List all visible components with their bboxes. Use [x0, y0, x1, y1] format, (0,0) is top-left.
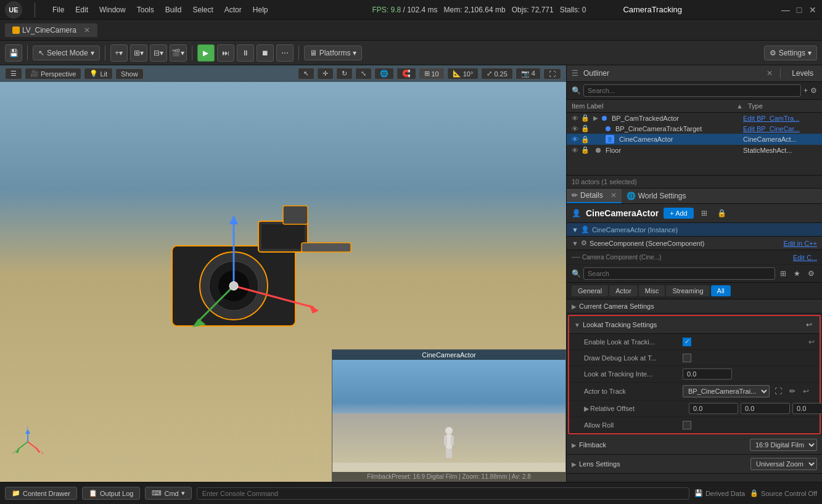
- derived-data-status[interactable]: 💾 Derived Data: [694, 489, 745, 497]
- content-drawer-button[interactable]: 📁 Content Drawer: [5, 487, 77, 500]
- item-type-1[interactable]: Edit BP_CineCar...: [743, 125, 817, 132]
- source-control-status[interactable]: 🔒 Source Control Off: [750, 489, 817, 497]
- cmd-button[interactable]: ⌨ Cmd ▾: [145, 487, 191, 500]
- outliner-search-input[interactable]: [583, 84, 801, 97]
- translate-tool[interactable]: ✛: [317, 68, 334, 79]
- actor-track-dropdown[interactable]: BP_CineCameraTrai...: [683, 385, 770, 397]
- menu-window[interactable]: Window: [94, 3, 131, 17]
- scale-toggle[interactable]: ⤢ 0.25: [481, 68, 512, 79]
- layout-icon-btn[interactable]: ⊞: [699, 208, 710, 219]
- outliner-item-2[interactable]: 👁 🔒 👤 CineCameraActor CineCameraAct...: [567, 134, 822, 145]
- viewport[interactable]: ☰ 🎥 Perspective 💡 Lit Show ↖ ✛ ↻ ⤡ 🌐 🧲 ⊞…: [0, 65, 566, 482]
- outliner-item-1[interactable]: 👁 🔒 BP_CineCameraTrackTarget Edit BP_Cin…: [567, 123, 822, 134]
- edit-sub-link[interactable]: Edit C...: [793, 254, 817, 261]
- allow-roll-checkbox[interactable]: [683, 421, 691, 429]
- actor-track-pick-btn[interactable]: ✏: [787, 386, 798, 397]
- scale-tool[interactable]: ⤡: [355, 68, 372, 79]
- section-current-camera[interactable]: ▶ Current Camera Settings: [567, 299, 822, 314]
- console-input[interactable]: [197, 487, 689, 500]
- filter-actor[interactable]: Actor: [609, 285, 638, 296]
- levels-tab[interactable]: Levels: [788, 68, 817, 79]
- close-button[interactable]: ✕: [808, 6, 817, 14]
- reset-enable-btn[interactable]: ↩: [808, 338, 815, 346]
- maximize-button[interactable]: □: [795, 6, 804, 14]
- menu-edit[interactable]: Edit: [70, 3, 93, 17]
- outliner-item-0[interactable]: 👁 🔒 ▶ BP_CamTrackedActor Edit BP_CamTra.…: [567, 113, 822, 123]
- coord-toggle[interactable]: 🌐: [374, 68, 394, 79]
- menu-tools[interactable]: Tools: [132, 3, 159, 17]
- save-button[interactable]: 💾: [5, 44, 22, 62]
- stop-button[interactable]: ⏹: [257, 44, 274, 62]
- snap-button[interactable]: ⊞▾: [130, 44, 147, 62]
- edit-cpp-link[interactable]: Edit in C++: [784, 240, 817, 247]
- svg-marker-11: [309, 304, 319, 314]
- menu-build[interactable]: Build: [160, 3, 187, 17]
- enable-lookat-checkbox[interactable]: ✓: [683, 338, 691, 346]
- actor-dot-0: [602, 116, 607, 121]
- add-outliner-btn[interactable]: +: [804, 86, 808, 95]
- world-settings-tab[interactable]: 🌐 World Settings: [622, 189, 691, 203]
- select-mode-button[interactable]: ↖ Select Mode ▾: [33, 46, 100, 60]
- draw-debug-checkbox[interactable]: [683, 354, 691, 362]
- section-filmback[interactable]: ▶ Filmback 16:9 Digital Film: [567, 436, 822, 455]
- step-button[interactable]: ⏭: [217, 44, 234, 62]
- lens-dropdown[interactable]: Universal Zoom: [750, 458, 817, 470]
- lookat-interp-input[interactable]: [683, 368, 732, 380]
- move-tool[interactable]: ↖: [298, 68, 314, 79]
- section-lookat[interactable]: ▼ Lookat Tracking Settings ↩: [569, 316, 820, 334]
- menu-help[interactable]: Help: [248, 3, 273, 17]
- outliner-close[interactable]: ✕: [767, 69, 773, 78]
- level-tab[interactable]: LV_CineCamera ✕: [5, 23, 97, 37]
- play-button[interactable]: ▶: [197, 44, 215, 62]
- filter-general[interactable]: General: [572, 285, 608, 296]
- item-type-0[interactable]: Edit BP_CamTra...: [743, 115, 817, 122]
- offset-z-input[interactable]: [792, 403, 822, 414]
- menu-select[interactable]: Select: [187, 3, 218, 17]
- tab-close-icon[interactable]: ✕: [84, 26, 90, 35]
- settings-button[interactable]: ⚙ Settings ▾: [764, 46, 817, 60]
- offset-x-input[interactable]: [689, 403, 738, 414]
- cinematic-button[interactable]: 🎬▾: [170, 44, 187, 62]
- reset-actor-track-btn[interactable]: ↩: [803, 387, 809, 396]
- tab-bar: LV_CineCamera ✕: [0, 20, 822, 41]
- details-tab[interactable]: ✏ Details ✕: [567, 189, 622, 203]
- section-lens[interactable]: ▶ Lens Settings Universal Zoom: [567, 455, 822, 474]
- hamburger-button[interactable]: ☰: [5, 68, 22, 79]
- rotate-tool[interactable]: ↻: [336, 68, 353, 79]
- filter-streaming[interactable]: Streaming: [666, 285, 709, 296]
- pause-button[interactable]: ⏸: [237, 44, 254, 62]
- output-log-button[interactable]: 📋 Output Log: [82, 487, 140, 500]
- outliner-item-3[interactable]: 👁 🔒 Floor StaticMeshAct...: [567, 145, 822, 155]
- platforms-button[interactable]: 🖥 Platforms ▾: [304, 46, 363, 60]
- settings-outliner-btn[interactable]: ⚙: [810, 86, 817, 95]
- camera-speed[interactable]: 📷 4: [516, 68, 541, 79]
- star-btn[interactable]: ★: [791, 268, 803, 279]
- details-search-input[interactable]: [583, 267, 775, 280]
- snap-toggle[interactable]: 🧲: [397, 68, 416, 79]
- menu-actor[interactable]: Actor: [220, 3, 247, 17]
- grid-button[interactable]: ⊟▾: [150, 44, 167, 62]
- add-component-button[interactable]: + Add: [664, 208, 693, 219]
- actor-track-browse-btn[interactable]: ⛶: [772, 386, 784, 397]
- show-button[interactable]: Show: [115, 68, 144, 79]
- grid-view-btn[interactable]: ⊞: [778, 268, 789, 279]
- menu-file[interactable]: File: [47, 3, 69, 17]
- perspective-button[interactable]: 🎥 Perspective: [25, 68, 81, 79]
- filter-all[interactable]: All: [711, 285, 731, 296]
- svg-text:Y: Y: [12, 451, 15, 455]
- outliner-title: Outliner: [583, 69, 609, 78]
- reset-lookat-btn[interactable]: ↩: [804, 319, 815, 330]
- lit-button[interactable]: 💡 Lit: [84, 68, 113, 79]
- filmback-dropdown[interactable]: 16:9 Digital Film: [750, 439, 817, 451]
- lock-icon-btn[interactable]: 🔒: [715, 208, 729, 219]
- maximize-toggle[interactable]: ⛶: [543, 68, 561, 79]
- filter-misc[interactable]: Misc: [639, 285, 665, 296]
- settings-details-btn[interactable]: ⚙: [805, 268, 817, 279]
- details-close-btn[interactable]: ✕: [610, 191, 617, 200]
- grid-toggle[interactable]: ⊞ 10: [419, 68, 445, 79]
- more-button[interactable]: ⋯: [276, 44, 294, 62]
- add-button[interactable]: +▾: [110, 44, 128, 62]
- angle-toggle[interactable]: 📐 10°: [447, 68, 479, 79]
- offset-y-input[interactable]: [741, 403, 790, 414]
- minimize-button[interactable]: —: [781, 6, 790, 14]
